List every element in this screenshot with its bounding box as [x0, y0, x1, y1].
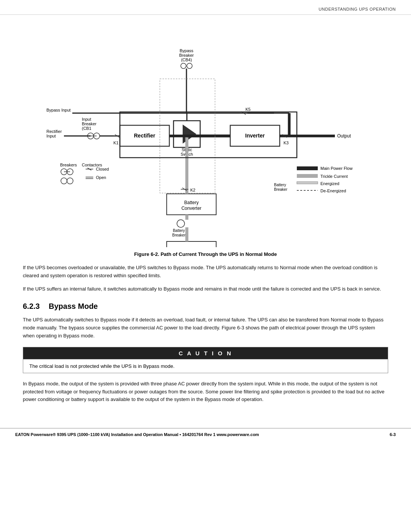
breakers-label: Breakers: [60, 163, 77, 167]
legend-main-power: [297, 166, 318, 170]
paragraph-4: In Bypass mode, the output of the system…: [23, 380, 388, 404]
rectifier-input-label2: Input: [46, 134, 56, 138]
legend-main-power-label: Main Power Flow: [320, 166, 352, 171]
page-footer: EATON Powerware® 9395 UPS (1000–1100 kVA…: [0, 428, 411, 441]
paragraph-1: If the UPS becomes overloaded or unavail…: [23, 264, 388, 280]
caution-box: C A U T I O N The critical load is not p…: [23, 347, 388, 373]
bypass-breaker-label: Bypass: [180, 48, 194, 53]
contactor-open-label: Open: [96, 175, 106, 180]
battery-breaker-left-circle: [177, 220, 185, 227]
figure-caption: Figure 6-2. Path of Current Through the …: [23, 251, 388, 257]
k5-label: K5: [245, 107, 250, 112]
inverter-text: Inverter: [245, 133, 265, 139]
input-breaker-label2: Breaker: [82, 121, 97, 126]
input-breaker-label3: (CB1: [82, 126, 91, 131]
input-breaker-label: Input: [82, 117, 91, 121]
battery-converter-text1: Battery: [184, 200, 199, 205]
battery-breaker-left-label1: Battery: [173, 228, 185, 233]
main-content: Main Power Flow Trickle Current Energize…: [0, 15, 411, 417]
paragraph-3: The UPS automatically switches to Bypass…: [23, 316, 388, 340]
page-header: UNDERSTANDING UPS OPERATION: [0, 0, 411, 15]
legend-energized: [297, 182, 318, 184]
rectifier-input-label: Rectifier: [46, 129, 62, 134]
battery-breaker-left-label2: Breaker: [172, 233, 186, 237]
battery-breaker-right-label1: Battery: [274, 183, 286, 187]
paragraph-2: If the UPS suffers an internal failure, …: [23, 285, 388, 293]
contactor-closed-label: Closed: [96, 167, 109, 171]
footer-page-number: 6-3: [390, 432, 396, 437]
output-label: Output: [337, 133, 351, 139]
caution-header: C A U T I O N: [23, 347, 388, 359]
bypass-breaker-label3: (CB4): [181, 58, 192, 62]
battery-converter-text2: Converter: [182, 206, 202, 211]
cb4-circle1: [181, 63, 186, 69]
cb4-circle2: [187, 63, 192, 69]
k3-label: K3: [284, 141, 288, 145]
legend-trickle: [297, 174, 318, 178]
rectifier-text: Rectifier: [134, 133, 156, 139]
ups-diagram: Main Power Flow Trickle Current Energize…: [23, 26, 388, 247]
bypass-input-label: Bypass Input: [46, 108, 71, 112]
legend-trickle-label: Trickle Current: [320, 174, 348, 179]
battery-breaker-right-label2: Breaker: [274, 187, 288, 192]
diagram-container: Main Power Flow Trickle Current Energize…: [23, 26, 388, 248]
page: UNDERSTANDING UPS OPERATION Main Power F…: [0, 0, 411, 532]
bypass-breaker-label2: Breaker: [179, 53, 194, 58]
header-text: UNDERSTANDING UPS OPERATION: [319, 7, 396, 11]
battery-box: [167, 241, 216, 247]
legend-energized-label: Energized: [320, 181, 339, 186]
breaker-open-bottom: [67, 178, 73, 184]
breaker-open-top: [61, 178, 67, 184]
section-heading: 6.2.3 Bypass Mode: [23, 302, 388, 311]
k2-label: K2: [190, 188, 195, 192]
footer-left-text: EATON Powerware® 9395 UPS (1000–1100 kVA…: [15, 432, 259, 437]
k1-label: K1: [113, 141, 118, 145]
legend-deenergized-label: De-Energized: [320, 189, 346, 193]
caution-body: The critical load is not protected while…: [23, 359, 388, 373]
